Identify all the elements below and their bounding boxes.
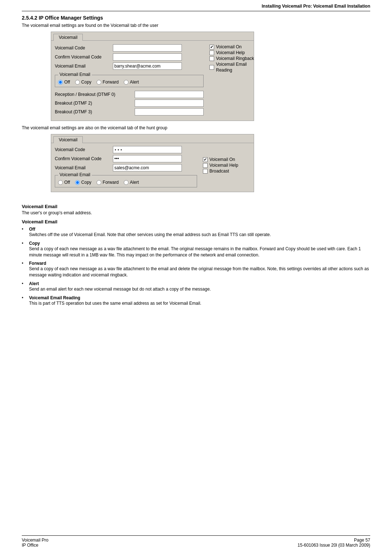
panel2-broadcast-label: Broadcast (209, 169, 229, 174)
panel2-cb-voicemail-on[interactable]: ✔ Voicemail On (203, 157, 250, 162)
footer-product: Voicemail Pro (22, 538, 48, 543)
panel1-breakout-input-2[interactable] (135, 108, 204, 116)
voicemail-on-label: Voicemail On (216, 44, 242, 49)
panel1-breakout-2: Breakout (DTMF 3) (55, 108, 204, 116)
panel1-radio-alert[interactable]: Alert (124, 80, 139, 85)
panel2-cb-broadcast[interactable]: Broadcast (203, 169, 250, 174)
panel1-label-1: Confirm Voicemail Code (55, 54, 113, 60)
panel1-cb-voicemail-ringback[interactable]: Voicemail Ringback (209, 56, 262, 61)
panel2-input-confirm[interactable] (113, 155, 182, 162)
panel1-label-0: Voicemail Code (55, 45, 113, 50)
panel1-left: Voicemail Code Confirm Voicemail Code Vo… (55, 44, 204, 117)
voicemail-help-checkbox[interactable] (209, 50, 214, 55)
doc-item-title-0: Off (29, 227, 370, 232)
page-header: Installing Voicemail Pro: Voicemail Emai… (22, 0, 370, 11)
panel1-breakout-0: Reception / Breakout (DTMF 0) (55, 91, 204, 98)
panel2-tab-voicemail[interactable]: Voicemail (53, 136, 83, 143)
bullet-3: • (22, 281, 29, 292)
panel1-radio-off[interactable]: Off (58, 80, 70, 85)
panel2-radio-alert[interactable]: Alert (124, 180, 139, 185)
doc-item-title-4: Voicemail Email Reading (29, 295, 370, 300)
panel1-vm-email-group: Voicemail Email Off Copy Forward (55, 75, 204, 87)
panel2-radio-forward[interactable]: Forward (97, 180, 119, 185)
panel1-tab-voicemail[interactable]: Voicemail (53, 34, 83, 41)
panel1-label-2: Voicemail Email (55, 64, 113, 69)
doc-item-body-0: Switches off the use of Voicemail Email.… (29, 232, 370, 238)
section1-heading: 2.5.4.2 IP Office Manager Settings (22, 15, 370, 21)
panel1-cb-voicemail-help[interactable]: Voicemail Help (209, 50, 262, 55)
panel1-vm-email-group-title: Voicemail Email (58, 72, 92, 77)
doc-section: Voicemail Email The user's or group's em… (22, 204, 370, 307)
bullet-2: • (22, 261, 29, 278)
panel1-input-confirm-code[interactable] (113, 53, 182, 61)
bullet-4: • (22, 295, 29, 307)
panel2-vm-email-group-title: Voicemail Email (58, 172, 92, 177)
doc-item-title-1: Copy (29, 241, 370, 246)
panel2-radio-off[interactable]: Off (58, 180, 70, 185)
panel2-left: Voicemail Code Confirm Voicemail Code Vo… (55, 146, 197, 188)
panel2-tab-row: Voicemail (51, 134, 254, 143)
panel2-field-row-1: Confirm Voicemail Code (55, 155, 197, 162)
panel2-voicemail-on-checkbox[interactable]: ✔ (203, 157, 208, 162)
panel2-label-0: Voicemail Code (55, 147, 113, 152)
voicemail-email-reading-checkbox[interactable] (209, 65, 214, 70)
footer-left: Voicemail Pro IP Office (22, 538, 48, 548)
footer-issue: 15-601063 Issue 20l (03 March 2009) (298, 543, 370, 548)
panel1-radio-copy[interactable]: Copy (75, 80, 91, 85)
doc-item-body-4: This is part of TTS operation but uses t… (29, 300, 370, 307)
doc-item-body-3: Send an email alert for each new voicema… (29, 286, 370, 292)
panel2-body: Voicemail Code Confirm Voicemail Code Vo… (51, 143, 254, 192)
panel1-cb-voicemail-on[interactable]: ✔ Voicemail On (209, 44, 262, 49)
voicemail-help-label: Voicemail Help (216, 50, 245, 55)
panel2-voicemail-on-label: Voicemail On (209, 157, 235, 162)
doc-item-2: • Forward Send a copy of each new messag… (22, 261, 370, 278)
panel2-input-email[interactable] (113, 164, 182, 171)
panel2-broadcast-checkbox[interactable] (203, 169, 208, 174)
voicemail-ringback-checkbox[interactable] (209, 56, 214, 61)
panel1-cb-voicemail-email-reading[interactable]: Voicemail EmailReading (209, 62, 262, 73)
panel2-radio-copy[interactable]: Copy (75, 180, 91, 185)
panel2: Voicemail Voicemail Code Confirm Voicema… (51, 134, 254, 192)
section1-intro: The voicemail email settings are found o… (22, 23, 370, 28)
panel2-field-row-0: Voicemail Code (55, 146, 197, 153)
panel1-breakout-label-0: Reception / Breakout (DTMF 0) (55, 92, 135, 97)
panel2-radio-row: Off Copy Forward Alert (58, 180, 194, 185)
doc-item-3: • Alert Send an email alert for each new… (22, 281, 370, 292)
panel1-field-row-2: Voicemail Email (55, 62, 204, 70)
voicemail-on-checkbox[interactable]: ✔ (209, 45, 214, 49)
panel1-field-row-1: Confirm Voicemail Code (55, 53, 204, 61)
page-footer: Voicemail Pro IP Office Page 57 15-60106… (22, 535, 370, 548)
panel1-breakout-1: Breakout (DTMF 2) (55, 100, 204, 107)
bullet-1: • (22, 241, 29, 258)
panel2-field-row-2: Voicemail Email (55, 164, 197, 171)
panel1-input-voicemail-code[interactable] (113, 44, 182, 52)
header-title: Installing Voicemail Pro: Voicemail Emai… (262, 4, 370, 9)
panel2-voicemail-help-label: Voicemail Help (209, 163, 238, 168)
panel1-radio-forward[interactable]: Forward (97, 80, 119, 85)
panel1-breakout-input-0[interactable] (135, 91, 204, 98)
panel1-right: ✔ Voicemail On Voicemail Help Voicemail … (209, 44, 262, 117)
panel2-label-2: Voicemail Email (55, 165, 113, 170)
panel1-input-email[interactable] (113, 62, 182, 70)
doc-item-0: • Off Switches off the use of Voicemail … (22, 227, 370, 238)
panel1-breakout-label-2: Breakout (DTMF 3) (55, 109, 135, 114)
panel1: Voicemail Voicemail Code Confirm Voicema… (51, 32, 254, 121)
doc-item-4: • Voicemail Email Reading This is part o… (22, 295, 370, 307)
panel1-breakout-label-1: Breakout (DTMF 2) (55, 101, 135, 106)
doc-subtext-1: The user's or group's email address. (22, 210, 370, 215)
panel2-vm-email-group: Voicemail Email Off Copy Forward (55, 175, 197, 187)
voicemail-email-reading-label: Voicemail EmailReading (216, 62, 256, 73)
section2-intro: The voicemail email settings are also on… (22, 125, 370, 130)
panel2-cb-voicemail-help[interactable]: Voicemail Help (203, 163, 250, 168)
footer-system: IP Office (22, 543, 48, 548)
footer-right: Page 57 15-601063 Issue 20l (03 March 20… (298, 538, 370, 548)
doc-item-body-2: Send a copy of each new message as a wav… (29, 266, 370, 278)
bullet-0: • (22, 227, 29, 238)
panel1-radio-row: Off Copy Forward Alert (58, 80, 200, 85)
panel1-breakout-input-1[interactable] (135, 100, 204, 107)
doc-item-1: • Copy Send a copy of each new message a… (22, 241, 370, 258)
panel2-input-code[interactable] (113, 146, 182, 153)
panel1-tab-row: Voicemail (51, 32, 254, 41)
panel2-voicemail-help-checkbox[interactable] (203, 163, 208, 168)
panel2-label-1: Confirm Voicemail Code (55, 156, 113, 161)
